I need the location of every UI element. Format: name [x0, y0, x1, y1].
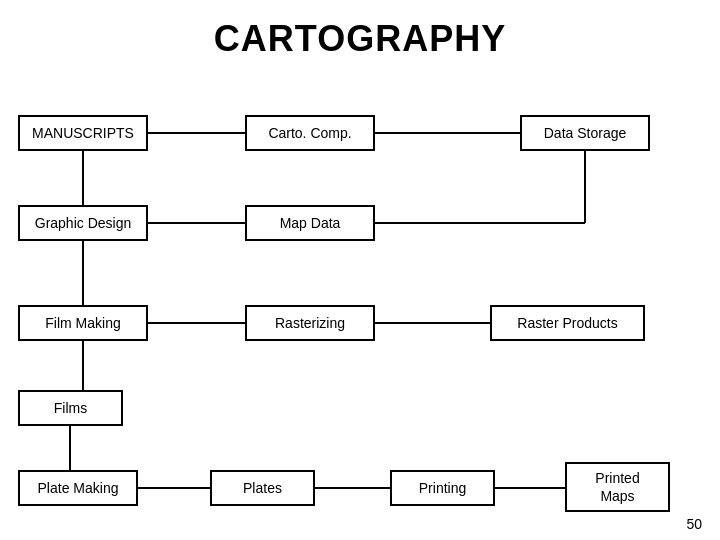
data-storage-box: Data Storage — [520, 115, 650, 151]
graphic-design-box: Graphic Design — [18, 205, 148, 241]
map-data-box: Map Data — [245, 205, 375, 241]
page-number: 50 — [686, 516, 702, 532]
manuscripts-box: MANUSCRIPTS — [18, 115, 148, 151]
film-making-box: Film Making — [18, 305, 148, 341]
raster-products-box: Raster Products — [490, 305, 645, 341]
plate-making-box: Plate Making — [18, 470, 138, 506]
printing-box: Printing — [390, 470, 495, 506]
carto-comp-box: Carto. Comp. — [245, 115, 375, 151]
rasterizing-box: Rasterizing — [245, 305, 375, 341]
plates-box: Plates — [210, 470, 315, 506]
printed-maps-box: Printed Maps — [565, 462, 670, 512]
films-box: Films — [18, 390, 123, 426]
